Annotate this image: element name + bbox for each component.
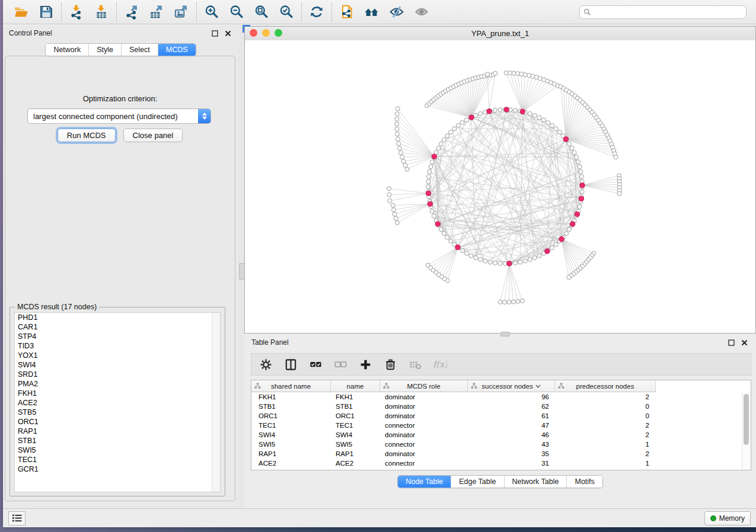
save-session-icon[interactable] bbox=[37, 4, 55, 20]
add-column-icon[interactable] bbox=[357, 356, 374, 373]
table-cell[interactable]: connector bbox=[380, 422, 468, 429]
network-node[interactable] bbox=[528, 258, 532, 262]
network-node[interactable] bbox=[523, 259, 527, 263]
network-node[interactable] bbox=[395, 220, 399, 225]
table-cell[interactable]: ORC1 bbox=[251, 412, 331, 419]
network-node[interactable] bbox=[557, 130, 562, 134]
mcds-result-item[interactable]: ORC1 bbox=[15, 417, 220, 427]
network-node[interactable] bbox=[546, 120, 550, 124]
table-cell[interactable]: STB1 bbox=[331, 403, 380, 410]
network-node[interactable] bbox=[572, 150, 576, 155]
network-node[interactable] bbox=[567, 227, 572, 232]
mcds-hub-node[interactable] bbox=[579, 196, 583, 201]
split-columns-icon[interactable] bbox=[282, 356, 299, 373]
tab-edge-table[interactable]: Edge Table bbox=[451, 476, 503, 488]
network-node[interactable] bbox=[395, 117, 399, 121]
network-node[interactable] bbox=[512, 71, 516, 75]
mcds-result-item[interactable]: STB1 bbox=[15, 436, 220, 446]
tab-node-table[interactable]: Node Table bbox=[398, 476, 451, 488]
mcds-hub-node[interactable] bbox=[426, 191, 430, 196]
network-node[interactable] bbox=[397, 142, 401, 146]
mcds-list-scrollbar[interactable] bbox=[212, 313, 220, 492]
column-header-successor-nodes[interactable]: successor nodes bbox=[468, 380, 555, 392]
network-node[interactable] bbox=[439, 227, 443, 232]
close-window-icon[interactable] bbox=[250, 29, 257, 37]
table-cell[interactable]: FKH1 bbox=[331, 393, 380, 400]
network-node[interactable] bbox=[580, 190, 584, 194]
network-node[interactable] bbox=[397, 146, 401, 150]
table-cell[interactable]: connector bbox=[380, 460, 468, 467]
network-node[interactable] bbox=[519, 72, 524, 76]
zoom-fit-icon[interactable] bbox=[253, 4, 270, 20]
network-node[interactable] bbox=[516, 72, 520, 76]
table-row[interactable]: FKH1FKH1dominator962 bbox=[251, 392, 751, 402]
table-cell[interactable]: connector bbox=[380, 441, 468, 448]
mcds-result-item[interactable]: GCR1 bbox=[15, 464, 220, 474]
network-node[interactable] bbox=[445, 235, 449, 239]
mcds-hub-node[interactable] bbox=[570, 222, 575, 226]
table-cell[interactable]: SWI5 bbox=[251, 441, 331, 448]
table-cell[interactable]: 47 bbox=[468, 422, 555, 429]
mcds-result-item[interactable]: SRD1 bbox=[15, 370, 220, 379]
network-node[interactable] bbox=[575, 155, 579, 159]
network-node[interactable] bbox=[442, 232, 446, 236]
table-cell[interactable]: RAP1 bbox=[331, 450, 380, 457]
mcds-hub-node[interactable] bbox=[455, 245, 460, 249]
network-node[interactable] bbox=[427, 175, 431, 179]
show-all-icon[interactable] bbox=[413, 4, 430, 20]
mcds-hub-node[interactable] bbox=[435, 222, 440, 226]
network-node[interactable] bbox=[532, 256, 537, 260]
export-image-icon[interactable] bbox=[173, 4, 190, 20]
network-node[interactable] bbox=[395, 137, 400, 141]
table-cell[interactable]: 2 bbox=[555, 450, 656, 457]
minimize-window-icon[interactable] bbox=[262, 29, 270, 37]
table-cell[interactable]: ORC1 bbox=[331, 412, 380, 419]
import-table-icon[interactable] bbox=[92, 4, 110, 20]
network-node[interactable] bbox=[391, 203, 395, 207]
network-node[interactable] bbox=[439, 142, 443, 146]
network-node[interactable] bbox=[395, 112, 399, 116]
network-node[interactable] bbox=[426, 185, 430, 189]
network-node[interactable] bbox=[398, 150, 403, 155]
table-cell[interactable]: dominator bbox=[380, 403, 468, 410]
network-node[interactable] bbox=[523, 73, 527, 77]
mcds-result-item[interactable]: YOX1 bbox=[15, 351, 220, 360]
mcds-result-item[interactable]: TID3 bbox=[15, 341, 220, 351]
column-header-shared-name[interactable]: shared name bbox=[251, 380, 331, 392]
column-header-predecessor-nodes[interactable]: predecessor nodes bbox=[555, 380, 656, 392]
network-node[interactable] bbox=[474, 113, 478, 117]
network-node[interactable] bbox=[403, 164, 407, 168]
table-cell[interactable]: 31 bbox=[468, 460, 555, 467]
close-panel-icon[interactable] bbox=[223, 28, 232, 38]
network-node[interactable] bbox=[567, 275, 571, 280]
mcds-hub-node[interactable] bbox=[563, 137, 568, 142]
network-node[interactable] bbox=[513, 261, 517, 265]
network-node[interactable] bbox=[579, 175, 583, 179]
search-box[interactable] bbox=[579, 5, 747, 19]
run-mcds-button[interactable]: Run MCDS bbox=[58, 129, 116, 142]
network-node[interactable] bbox=[387, 193, 391, 197]
table-cell[interactable]: 0 bbox=[555, 403, 656, 410]
tab-mcds[interactable]: MCDS bbox=[158, 44, 196, 56]
network-node[interactable] bbox=[578, 165, 582, 169]
table-row[interactable]: SWI4SWI4dominator462 bbox=[251, 430, 751, 440]
mcds-hub-node[interactable] bbox=[504, 107, 509, 112]
network-node[interactable] bbox=[532, 113, 537, 117]
network-node[interactable] bbox=[449, 239, 453, 243]
mcds-result-item[interactable]: FKH1 bbox=[15, 389, 220, 398]
memory-button[interactable]: Memory bbox=[704, 511, 751, 525]
table-cell[interactable]: 43 bbox=[468, 441, 555, 448]
mcds-hub-node[interactable] bbox=[559, 237, 564, 242]
maximize-window-icon[interactable] bbox=[275, 29, 282, 37]
table-row[interactable]: RAP1RAP1dominator352 bbox=[251, 449, 751, 459]
search-input[interactable] bbox=[594, 7, 742, 17]
network-node[interactable] bbox=[498, 108, 502, 112]
network-window-titlebar[interactable]: YPA_prune.txt_1 bbox=[245, 27, 755, 41]
network-node[interactable] bbox=[518, 260, 522, 264]
mcds-result-item[interactable]: PMA2 bbox=[15, 379, 220, 389]
float-table-panel-icon[interactable] bbox=[726, 338, 736, 347]
vertical-splitter[interactable] bbox=[238, 26, 244, 508]
network-node[interactable] bbox=[554, 242, 558, 246]
table-cell[interactable]: 62 bbox=[468, 403, 555, 410]
network-node[interactable] bbox=[395, 127, 399, 131]
